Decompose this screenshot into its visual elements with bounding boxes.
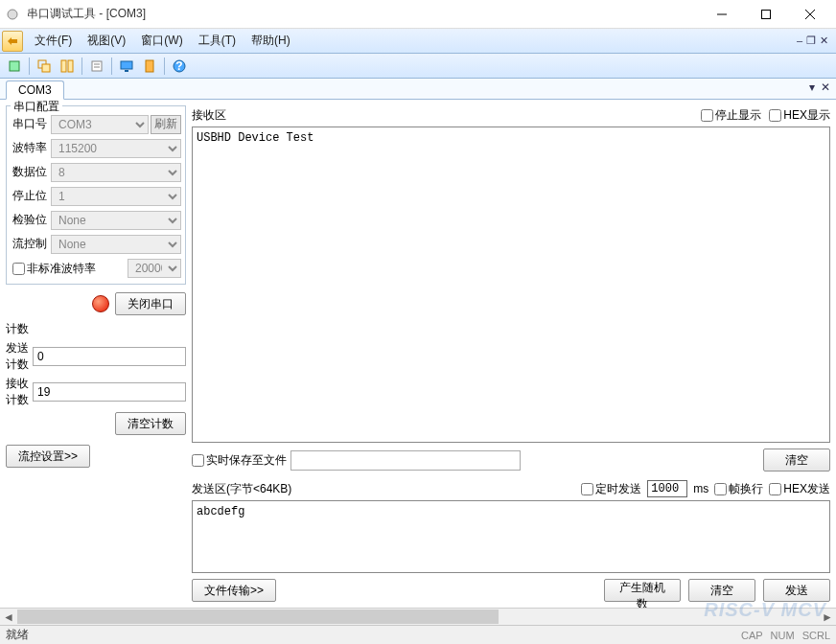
menubar: 文件(F) 视图(V) 窗口(W) 工具(T) 帮助(H) – ❐ ✕ <box>0 29 836 54</box>
interval-field[interactable] <box>647 480 687 497</box>
parity-select[interactable]: None <box>51 211 181 230</box>
close-port-button[interactable]: 关闭串口 <box>115 292 186 315</box>
toolbar-cascade-icon[interactable] <box>34 56 55 77</box>
port-label: 串口号 <box>12 116 51 132</box>
save-path-field[interactable] <box>290 450 521 471</box>
svg-rect-2 <box>762 10 771 18</box>
refresh-button[interactable]: 刷新 <box>151 115 181 134</box>
svg-point-0 <box>8 10 17 19</box>
gen-random-button[interactable]: 产生随机数 <box>604 579 681 602</box>
menu-tools[interactable]: 工具(T) <box>191 29 244 53</box>
menu-window[interactable]: 窗口(W) <box>133 29 190 53</box>
svg-rect-7 <box>42 64 50 72</box>
ms-label: ms <box>693 482 708 495</box>
stop-display-label: 停止显示 <box>715 107 761 124</box>
titlebar: 串口调试工具 - [COM3] <box>0 0 836 29</box>
hex-display-checkbox[interactable] <box>769 109 781 122</box>
port-status-indicator <box>92 295 109 312</box>
flowctrl-label: 流控制 <box>12 236 51 252</box>
clear-send-button[interactable]: 清空 <box>688 579 755 602</box>
stopbits-label: 停止位 <box>12 188 51 204</box>
app-icon <box>4 6 21 23</box>
recv-textarea[interactable]: USBHD Device Test <box>192 126 830 443</box>
left-panel: 串口配置 串口号 COM3 刷新 波特率 115200 数据位 8 停止位 1 … <box>6 105 186 602</box>
toolbar-new-icon[interactable] <box>4 56 25 77</box>
scroll-right-icon[interactable]: ► <box>819 609 836 625</box>
content-area: 串口配置 串口号 COM3 刷新 波特率 115200 数据位 8 停止位 1 … <box>0 100 836 608</box>
nonstd-baud-select[interactable]: 200000 <box>128 259 181 278</box>
serial-config-group: 串口配置 串口号 COM3 刷新 波特率 115200 数据位 8 停止位 1 … <box>6 105 186 285</box>
frame-wrap-label: 帧换行 <box>729 481 763 497</box>
tab-dropdown-icon[interactable]: ▾ <box>809 80 815 94</box>
toolbar-tile-icon[interactable] <box>57 56 78 77</box>
send-area-label: 发送区(字节<64KB) <box>192 481 575 497</box>
scroll-thumb[interactable] <box>17 610 499 624</box>
toolbar: ? <box>0 54 836 79</box>
realtime-save-label: 实时保存至文件 <box>206 452 287 469</box>
flowctrl-select[interactable]: None <box>51 235 181 254</box>
tab-com3[interactable]: COM3 <box>6 80 64 100</box>
svg-rect-13 <box>121 61 132 69</box>
svg-rect-15 <box>146 60 153 72</box>
databits-label: 数据位 <box>12 164 51 180</box>
right-panel: 接收区 停止显示 HEX显示 USBHD Device Test 实时保存至文件… <box>192 105 830 602</box>
window-title: 串口调试工具 - [COM3] <box>27 6 700 22</box>
maximize-button[interactable] <box>744 0 788 29</box>
port-select[interactable]: COM3 <box>51 115 149 134</box>
nonstd-baud-checkbox[interactable] <box>12 263 25 275</box>
tabs-bar: COM3 ▾ ✕ <box>0 79 836 100</box>
frame-wrap-checkbox[interactable] <box>714 483 727 495</box>
databits-select[interactable]: 8 <box>51 163 181 182</box>
send-button[interactable]: 发送 <box>763 579 830 602</box>
minimize-button[interactable] <box>700 0 744 29</box>
flow-settings-button[interactable]: 流控设置>> <box>6 445 90 468</box>
counts-label: 计数 <box>6 321 186 337</box>
realtime-save-checkbox[interactable] <box>192 454 204 467</box>
parity-label: 检验位 <box>12 212 51 228</box>
stop-display-checkbox[interactable] <box>701 109 713 122</box>
menu-help[interactable]: 帮助(H) <box>244 29 298 53</box>
stopbits-select[interactable]: 1 <box>51 187 181 206</box>
clear-count-button[interactable]: 清空计数 <box>115 412 186 435</box>
hex-display-label: HEX显示 <box>783 107 830 124</box>
toolbar-settings-icon[interactable] <box>86 56 107 77</box>
menu-file[interactable]: 文件(F) <box>27 29 80 53</box>
config-legend: 串口配置 <box>11 99 62 115</box>
status-ready: 就绪 <box>6 627 29 643</box>
mdi-system-icon[interactable] <box>2 31 23 52</box>
svg-rect-10 <box>92 61 102 71</box>
close-button[interactable] <box>788 0 832 29</box>
timed-send-checkbox[interactable] <box>581 483 593 495</box>
mdi-minimize-icon[interactable]: – <box>797 34 802 47</box>
hex-send-label: HEX发送 <box>783 481 830 497</box>
send-count-field[interactable] <box>33 347 186 366</box>
svg-rect-8 <box>61 60 66 72</box>
hex-send-checkbox[interactable] <box>769 483 781 495</box>
timed-send-label: 定时发送 <box>595 481 641 497</box>
svg-text:?: ? <box>175 59 182 73</box>
svg-rect-14 <box>125 70 128 72</box>
svg-rect-9 <box>68 60 73 72</box>
mdi-close-icon[interactable]: ✕ <box>820 34 828 47</box>
recv-count-field[interactable] <box>33 382 186 402</box>
toolbar-help-icon[interactable]: ? <box>169 56 190 77</box>
recv-area-label: 接收区 <box>192 107 693 124</box>
baud-label: 波特率 <box>12 140 51 156</box>
toolbar-monitor-icon[interactable] <box>116 56 137 77</box>
nonstd-baud-label: 非标准波特率 <box>27 261 128 277</box>
statusbar: 就绪 CAP NUM SCRL <box>0 625 836 644</box>
status-num: NUM <box>771 630 795 641</box>
baud-select[interactable]: 115200 <box>51 139 181 158</box>
mdi-restore-icon[interactable]: ❐ <box>806 34 816 47</box>
tab-close-icon[interactable]: ✕ <box>821 80 830 94</box>
clear-recv-button[interactable]: 清空 <box>763 448 830 472</box>
toolbar-tool-icon[interactable] <box>139 56 160 77</box>
menu-view[interactable]: 视图(V) <box>80 29 133 53</box>
horizontal-scrollbar[interactable]: ◄ ► <box>0 608 836 625</box>
file-transfer-button[interactable]: 文件传输>> <box>192 579 276 602</box>
status-cap: CAP <box>741 630 763 641</box>
send-count-label: 发送计数 <box>6 340 33 373</box>
scroll-left-icon[interactable]: ◄ <box>0 609 17 625</box>
send-textarea[interactable] <box>192 500 830 573</box>
svg-rect-5 <box>10 61 19 71</box>
